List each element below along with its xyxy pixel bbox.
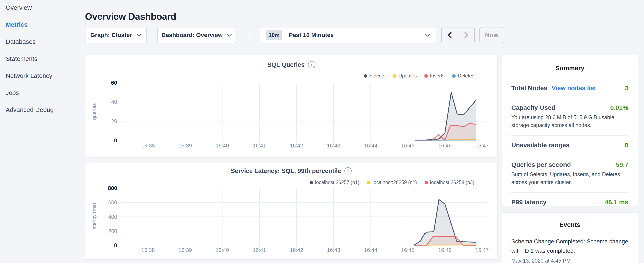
legend-item: Selects bbox=[364, 73, 385, 79]
chevron-left-icon bbox=[446, 31, 453, 40]
legend-item: Updates bbox=[393, 73, 417, 79]
legend-label: Inserts bbox=[430, 73, 444, 79]
svg-text:800: 800 bbox=[108, 185, 117, 191]
dashboard-dropdown-label: Dashboard: Overview bbox=[161, 32, 222, 39]
chevron-right-icon bbox=[463, 31, 470, 40]
summary-row-p99-latency: P99 latency 46.1 ms bbox=[511, 198, 628, 207]
divider bbox=[511, 98, 628, 98]
sidebar: OverviewMetricsDatabasesStatementsNetwor… bbox=[6, 4, 78, 123]
graph-dropdown-label: Graph: Cluster bbox=[90, 32, 132, 39]
time-range-label: Past 10 Minutes bbox=[289, 32, 425, 39]
sidebar-item-advanced-debug[interactable]: Advanced Debug bbox=[6, 106, 78, 114]
info-icon[interactable]: i bbox=[344, 167, 352, 174]
page-title: Overview Dashboard bbox=[85, 11, 176, 22]
svg-text:400: 400 bbox=[108, 214, 117, 220]
legend-dot bbox=[364, 74, 367, 78]
capacity-used-label: Capacity Used bbox=[511, 104, 555, 111]
svg-text:20: 20 bbox=[111, 118, 117, 124]
chart-title-row: Service Latency: SQL, 99th percentile i bbox=[85, 167, 497, 174]
legend-dot bbox=[424, 181, 428, 184]
p99-latency-value: 46.1 ms bbox=[605, 198, 628, 206]
sidebar-item-statements[interactable]: Statements bbox=[6, 55, 78, 63]
event-text: Schema Change Completed: Schema change w… bbox=[511, 237, 628, 255]
next-range-button[interactable] bbox=[458, 28, 474, 43]
svg-text:16:42: 16:42 bbox=[290, 247, 303, 253]
dashboard-dropdown[interactable]: Dashboard: Overview bbox=[157, 27, 236, 43]
legend-label: Selects bbox=[369, 73, 385, 79]
events-title: Events bbox=[511, 221, 628, 228]
svg-text:16:41: 16:41 bbox=[253, 247, 266, 253]
legend-label: Deletes bbox=[458, 73, 474, 79]
svg-text:16:46: 16:46 bbox=[438, 247, 452, 253]
chart-legend: SelectsUpdatesInsertsDeletes bbox=[364, 73, 474, 79]
legend-dot bbox=[424, 74, 428, 78]
view-nodes-list-link[interactable]: View nodes list bbox=[552, 85, 596, 92]
now-button[interactable]: Now bbox=[480, 27, 504, 43]
time-range-badge: 10m bbox=[266, 31, 282, 40]
app-root: OverviewMetricsDatabasesStatementsNetwor… bbox=[0, 0, 644, 263]
qps-value: 59.7 bbox=[616, 161, 628, 168]
divider bbox=[511, 155, 628, 155]
total-nodes-value: 3 bbox=[625, 85, 628, 92]
summary-row-unavailable-ranges: Unavailable ranges 0 bbox=[511, 141, 628, 150]
legend-item: Inserts bbox=[424, 73, 444, 79]
sidebar-item-databases[interactable]: Databases bbox=[6, 38, 78, 46]
summary-row-total-nodes: Total Nodes View nodes list 3 bbox=[511, 84, 628, 93]
sidebar-item-network-latency[interactable]: Network Latency bbox=[6, 72, 78, 80]
sidebar-item-metrics[interactable]: Metrics bbox=[6, 21, 78, 29]
divider bbox=[511, 192, 628, 193]
svg-text:16:40: 16:40 bbox=[216, 143, 229, 149]
info-icon[interactable]: i bbox=[308, 61, 315, 68]
svg-text:16:38: 16:38 bbox=[142, 247, 155, 253]
svg-text:0: 0 bbox=[114, 242, 117, 248]
chart-title: Service Latency: SQL, 99th percentile bbox=[231, 167, 341, 174]
svg-text:16:43: 16:43 bbox=[327, 143, 340, 149]
svg-text:16:45: 16:45 bbox=[401, 247, 414, 253]
unavailable-ranges-value: 0 bbox=[625, 141, 628, 149]
chart-title-row: SQL Queries i bbox=[85, 61, 497, 68]
sidebar-item-jobs[interactable]: Jobs bbox=[6, 89, 78, 97]
legend-dot bbox=[393, 74, 396, 78]
chart-plot-area: 16:3816:3916:4016:4116:4216:4316:4416:45… bbox=[85, 79, 498, 152]
svg-text:16:40: 16:40 bbox=[216, 247, 229, 253]
svg-text:16:44: 16:44 bbox=[364, 247, 378, 253]
events-panel: Events Schema Change Completed: Schema c… bbox=[502, 212, 638, 263]
p99-latency-label: P99 latency bbox=[511, 198, 546, 206]
capacity-used-description: You are using 28.6 MiB of 515.9 GiB usab… bbox=[511, 113, 628, 129]
svg-text:16:46: 16:46 bbox=[438, 143, 452, 149]
prev-range-button[interactable] bbox=[442, 28, 458, 43]
total-nodes-label: Total Nodes bbox=[511, 85, 547, 92]
svg-text:0: 0 bbox=[114, 137, 117, 144]
summary-panel: Summary Total Nodes View nodes list 3 Ca… bbox=[502, 55, 638, 206]
summary-title: Summary bbox=[511, 65, 628, 72]
legend-dot bbox=[367, 181, 370, 184]
svg-text:200: 200 bbox=[108, 228, 117, 234]
svg-text:16:41: 16:41 bbox=[253, 143, 266, 149]
svg-text:16:39: 16:39 bbox=[178, 247, 192, 253]
chevron-down-icon bbox=[425, 34, 430, 37]
capacity-used-value: 0.01% bbox=[610, 104, 628, 111]
event-timestamp: May 13, 2020 at 4:45 PM bbox=[511, 258, 628, 263]
sql-queries-chart-card: SQL Queries i SelectsUpdatesInsertsDelet… bbox=[85, 55, 498, 157]
summary-row-qps: Queries per second 59.7 Sum of Selects, … bbox=[511, 160, 628, 187]
chevron-down-icon bbox=[136, 34, 142, 37]
time-range-selector[interactable]: 10m Past 10 Minutes bbox=[260, 27, 436, 43]
svg-text:16:43: 16:43 bbox=[327, 247, 340, 253]
chart-title: SQL Queries bbox=[267, 61, 304, 68]
graph-dropdown[interactable]: Graph: Cluster bbox=[85, 27, 147, 43]
chart-plot-area: 16:3816:3916:4016:4116:4216:4316:4416:45… bbox=[85, 184, 498, 258]
svg-text:16:38: 16:38 bbox=[142, 143, 155, 149]
svg-text:16:42: 16:42 bbox=[290, 143, 303, 149]
qps-label: Queries per second bbox=[511, 161, 571, 168]
svg-text:16:47: 16:47 bbox=[476, 247, 489, 253]
toolbar-divider bbox=[248, 27, 248, 43]
divider bbox=[511, 135, 628, 136]
svg-text:600: 600 bbox=[108, 199, 117, 205]
svg-text:queries: queries bbox=[91, 103, 97, 120]
sidebar-item-overview[interactable]: Overview bbox=[6, 4, 78, 12]
svg-text:60: 60 bbox=[111, 80, 117, 86]
legend-item: Deletes bbox=[452, 73, 474, 79]
svg-text:latency (ms): latency (ms) bbox=[91, 203, 97, 231]
svg-text:16:39: 16:39 bbox=[178, 143, 192, 149]
qps-description: Sum of Selects, Updates, Inserts, and De… bbox=[511, 170, 628, 186]
